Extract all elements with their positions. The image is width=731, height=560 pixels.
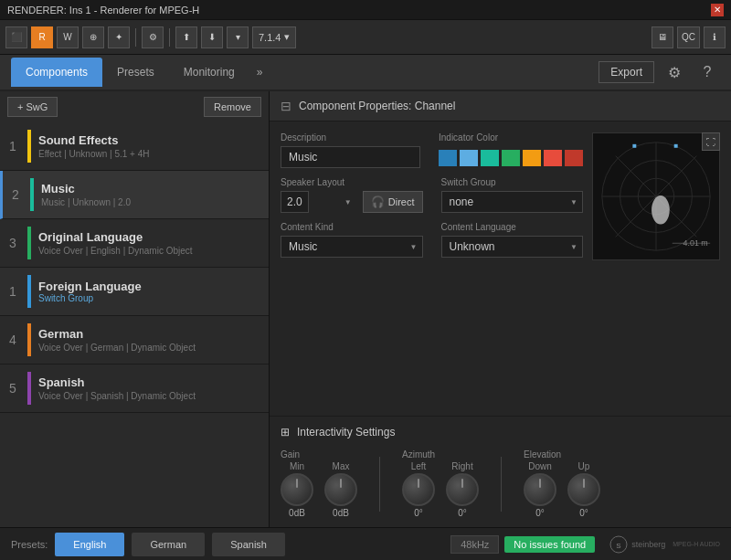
- switch-group-select[interactable]: none Foreign Language: [441, 191, 584, 213]
- tab-components[interactable]: Components: [11, 58, 102, 87]
- properties-icon: ⊟: [281, 99, 291, 113]
- tab-bar-right: Export ⚙ ?: [599, 59, 720, 85]
- list-item[interactable]: 3 Original Language Voice Over | English…: [0, 219, 269, 268]
- item-number: 4: [9, 333, 27, 347]
- tab-more[interactable]: »: [249, 58, 270, 87]
- item-desc: Voice Over | English | Dynamic Object: [38, 246, 260, 256]
- item-name: Spanish: [38, 375, 260, 389]
- props-row-1: Description Indicator Color: [281, 132, 583, 168]
- content-language-label: Content Language: [441, 222, 584, 232]
- color-swatch-teal[interactable]: [481, 150, 499, 166]
- title-bar: RENDERER: Ins 1 - Renderer for MPEG-H ✕: [0, 0, 731, 20]
- azimuth-right-item: Right 0°: [446, 461, 479, 518]
- speaker-layout-select[interactable]: 2.0 5.1 7.1: [281, 191, 309, 213]
- preset-english-button[interactable]: English: [55, 533, 124, 556]
- toolbar-version: 7.1.4 ▾: [252, 26, 296, 48]
- close-button[interactable]: ✕: [711, 4, 724, 16]
- knob-separator-1: [379, 457, 380, 512]
- gain-min-label: Min: [290, 461, 304, 471]
- azimuth-left-item: Left 0°: [402, 461, 435, 518]
- presets-label: Presets:: [11, 539, 48, 550]
- list-item[interactable]: 1 Sound Effects Effect | Unknown | 5.1 +…: [0, 122, 269, 171]
- remove-button[interactable]: Remove: [204, 97, 261, 117]
- azimuth-group: Azimuth Left 0° Right 0°: [402, 449, 479, 518]
- props-left: Description Indicator Color: [281, 132, 583, 267]
- azimuth-label: Azimuth: [402, 449, 479, 460]
- color-swatch-blue1[interactable]: [439, 150, 457, 166]
- gain-max-knob[interactable]: [324, 473, 357, 506]
- toolbar-btn-qc[interactable]: QC: [677, 26, 700, 48]
- knob-separator-2: [501, 457, 502, 512]
- gain-min-item: Min 0dB: [281, 461, 313, 518]
- sample-rate-badge: 48kHz: [450, 535, 499, 554]
- mpeg-h-label: MPEG-H AUDIO: [673, 541, 720, 547]
- list-item[interactable]: 4 German Voice Over | German | Dynamic O…: [0, 316, 269, 365]
- add-swg-button[interactable]: + SwG: [7, 97, 58, 117]
- item-name: Original Language: [38, 230, 260, 244]
- direct-label: Direct: [388, 196, 415, 207]
- svg-rect-7: [632, 144, 636, 148]
- gain-max-label: Max: [333, 461, 350, 471]
- expand-viz-button[interactable]: ⛶: [702, 132, 720, 151]
- gain-max-value: 0dB: [333, 508, 349, 518]
- component-list: 1 Sound Effects Effect | Unknown | 5.1 +…: [0, 122, 269, 527]
- color-swatch-orange[interactable]: [544, 150, 562, 166]
- azimuth-left-knob[interactable]: [402, 473, 435, 506]
- elevation-up-item: Up 0°: [567, 461, 600, 518]
- elevation-down-item: Down 0°: [524, 461, 556, 518]
- color-swatch-blue2[interactable]: [460, 150, 478, 166]
- toolbar-btn-arrow-up[interactable]: ⬆: [175, 26, 197, 48]
- content-kind-select[interactable]: Music Dialog Effects: [281, 236, 423, 258]
- toolbar-btn-gear[interactable]: ⚙: [142, 26, 164, 48]
- toolbar-btn-r[interactable]: R: [31, 26, 53, 48]
- gain-min-knob[interactable]: [281, 473, 313, 506]
- svg-rect-8: [674, 144, 678, 148]
- color-swatch-pink[interactable]: [565, 150, 583, 166]
- azimuth-right-label: Right: [451, 461, 472, 471]
- knob-groups: Gain Min 0dB Max 0dB: [281, 449, 720, 518]
- content-kind-wrapper: Music Dialog Effects: [281, 236, 423, 258]
- color-swatch-green[interactable]: [502, 150, 520, 166]
- elevation-up-value: 0°: [579, 508, 588, 518]
- azimuth-right-value: 0°: [458, 508, 467, 518]
- item-number: 3: [9, 236, 27, 250]
- elevation-up-knob[interactable]: [567, 473, 600, 506]
- elevation-down-knob[interactable]: [524, 473, 556, 506]
- item-info: Foreign Language Switch Group: [38, 280, 260, 303]
- description-input[interactable]: [281, 146, 420, 168]
- svg-text:S: S: [617, 542, 621, 550]
- export-button[interactable]: Export: [599, 61, 654, 83]
- bottom-right: 48kHz No issues found: [450, 535, 595, 554]
- tab-presets[interactable]: Presets: [102, 58, 169, 87]
- gain-min-value: 0dB: [289, 508, 305, 518]
- toolbar-btn-arrow-down[interactable]: ⬇: [201, 26, 223, 48]
- preset-german-button[interactable]: German: [132, 533, 205, 556]
- toolbar-btn-square[interactable]: ⬛: [5, 26, 27, 48]
- toolbar-btn-w[interactable]: W: [57, 26, 79, 48]
- color-swatch-yellow[interactable]: [523, 150, 541, 166]
- toolbar-btn-add[interactable]: ⊕: [82, 26, 104, 48]
- toolbar-btn-star[interactable]: ✦: [108, 26, 130, 48]
- list-item[interactable]: 5 Spanish Voice Over | Spanish | Dynamic…: [0, 365, 269, 413]
- props-row-3: Content Kind Music Dialog Effects Conten…: [281, 222, 583, 258]
- azimuth-right-knob[interactable]: [446, 473, 479, 506]
- list-item[interactable]: 1 Foreign Language Switch Group: [0, 268, 269, 316]
- indicator-color-group: Indicator Color: [439, 132, 583, 168]
- interactivity-title: Interactivity Settings: [297, 426, 395, 438]
- toolbar-btn-screen[interactable]: 🖥: [652, 26, 673, 48]
- tab-monitoring[interactable]: Monitoring: [169, 58, 249, 87]
- toolbar-btn-info[interactable]: ℹ: [704, 26, 726, 48]
- direct-icon: 🎧: [371, 195, 385, 208]
- description-group: Description: [281, 132, 420, 168]
- preset-spanish-button[interactable]: Spanish: [212, 533, 285, 556]
- item-desc: Voice Over | German | Dynamic Object: [38, 343, 260, 353]
- direct-button[interactable]: 🎧 Direct: [363, 191, 423, 213]
- help-icon-btn[interactable]: ?: [694, 59, 720, 85]
- item-info: Spanish Voice Over | Spanish | Dynamic O…: [38, 375, 260, 401]
- content-language-select[interactable]: Unknown English German Spanish: [441, 236, 584, 258]
- settings-icon-btn[interactable]: ⚙: [662, 59, 687, 85]
- props-with-viz: Description Indicator Color: [281, 132, 720, 267]
- list-item[interactable]: 2 Music Music | Unknown | 2.0: [0, 171, 269, 219]
- left-toolbar: + SwG Remove: [0, 91, 269, 122]
- toolbar-btn-chevron[interactable]: ▾: [227, 26, 249, 48]
